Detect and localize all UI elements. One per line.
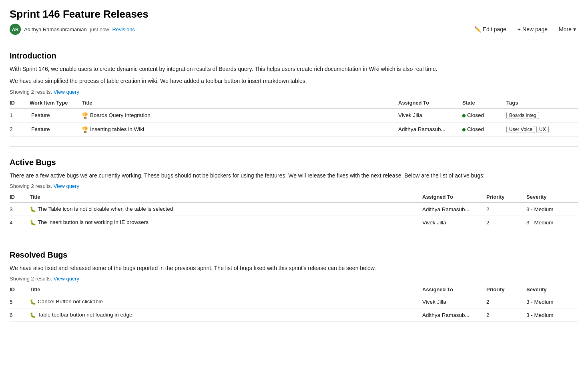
edit-page-button[interactable]: ✏️ Edit page [472,24,509,34]
page-wrapper: Sprint 146 Feature Releases AR Adithya R… [0,0,588,341]
rb-col-severity: Severity [526,284,578,295]
active-bugs-view-query[interactable]: View query [54,183,79,189]
rb-col-title: Title [30,284,422,295]
introduction-showing: Showing 2 results. View query [10,89,578,95]
resolved-bugs-table: ID Title Assigned To Priority Severity 5… [10,284,578,322]
cell-priority: 2 [486,216,526,229]
intro-col-state: State [462,97,506,109]
introduction-view-query[interactable]: View query [54,89,79,95]
ab-col-priority: Priority [486,192,526,203]
tag-badge: Boards Integ [506,112,539,119]
bug-icon: 🐛 [30,299,36,305]
table-row: 2 Feature 🏆Inserting tables in Wiki Adit… [10,122,578,136]
ab-col-severity: Severity [526,192,578,203]
resolved-bugs-view-query[interactable]: View query [54,276,79,282]
cell-tags: Boards Integ [506,108,578,122]
meta-time: just now [90,26,109,32]
active-bugs-showing: Showing 2 results. View query [10,183,578,189]
table-row: 5 🐛Cancel Button not clickable Vivek Jil… [10,295,578,308]
resolved-bugs-para1: We have also fixed and released some of … [10,264,578,272]
trophy-icon: 🏆 [82,112,88,119]
cell-title: 🏆Inserting tables in Wiki [82,122,398,136]
cell-tags: User VoiceUX [506,122,578,136]
bug-icon: 🐛 [30,312,36,318]
cell-id: 4 [10,216,30,229]
cell-state: Closed [462,108,506,122]
cell-severity: 3 - Medium [526,216,578,229]
cell-severity: 3 - Medium [526,308,578,322]
avatar: AR [10,24,21,35]
plus-icon: + [518,26,521,32]
cell-assigned: Adithya Ramasub... [422,203,486,216]
cell-priority: 2 [486,295,526,308]
page-title: Sprint 146 Feature Releases [10,8,578,20]
ab-col-id: ID [10,192,30,203]
intro-col-id: ID [10,97,30,109]
cell-type: Feature [30,122,82,136]
meta-bar: AR Adithya Ramasubramanian just now Revi… [10,24,578,40]
cell-priority: 2 [486,203,526,216]
table-row: 4 🐛The insert button is not working in I… [10,216,578,229]
bug-icon: 🐛 [30,220,36,226]
intro-col-assigned: Assigned To [398,97,462,109]
introduction-para2: We have also simplified the process of t… [10,77,578,85]
rb-col-id: ID [10,284,30,295]
cell-title: 🐛The Table icon is not clickable when th… [30,203,422,216]
table-row: 1 Feature 🏆Boards Query Integration Vive… [10,108,578,122]
cell-assigned: Vivek Jilla [422,216,486,229]
cell-type: Feature [30,108,82,122]
resolved-bugs-heading: Resolved Bugs [10,250,578,260]
resolved-bugs-showing: Showing 2 results. View query [10,276,578,282]
active-bugs-heading: Active Bugs [10,158,578,167]
trophy-icon: 🏆 [82,126,88,133]
ab-col-assigned: Assigned To [422,192,486,203]
cell-id: 2 [10,122,30,136]
cell-title: 🐛Cancel Button not clickable [30,295,422,308]
rb-col-priority: Priority [486,284,526,295]
meta-author: Adithya Ramasubramanian [24,26,87,32]
cell-id: 6 [10,308,30,322]
cell-assigned: Vivek Jilla [398,108,462,122]
cell-title: 🏆Boards Query Integration [82,108,398,122]
cell-title: 🐛Table toolbar button not loading in edg… [30,308,422,322]
cell-state: Closed [462,122,506,136]
cell-assigned: Adithya Ramasub... [422,308,486,322]
rb-col-assigned: Assigned To [422,284,486,295]
cell-priority: 2 [486,308,526,322]
introduction-table: ID Work Item Type Title Assigned To Stat… [10,97,578,137]
tag-badge: User Voice [506,126,535,133]
intro-col-type: Work Item Type [30,97,82,109]
cell-severity: 3 - Medium [526,203,578,216]
bug-icon: 🐛 [30,206,36,212]
table-row: 3 🐛The Table icon is not clickable when … [10,203,578,216]
cell-severity: 3 - Medium [526,295,578,308]
introduction-heading: Introduction [10,51,578,60]
cell-id: 1 [10,108,30,122]
toolbar-right: ✏️ Edit page + New page More ▾ [472,24,578,34]
status-dot [462,114,466,117]
active-bugs-para1: There are a few active bugs we are curre… [10,171,578,180]
divider-1 [10,146,578,147]
chevron-down-icon: ▾ [573,26,576,32]
tag-badge: UX [536,126,549,133]
ab-col-title: Title [30,192,422,203]
cell-title: 🐛The insert button is not working in IE … [30,216,422,229]
pencil-icon: ✏️ [474,26,481,32]
intro-col-title: Title [82,97,398,109]
status-dot [462,128,466,131]
cell-id: 3 [10,203,30,216]
cell-assigned: Vivek Jilla [422,295,486,308]
new-page-button[interactable]: + New page [515,24,550,34]
active-bugs-table: ID Title Assigned To Priority Severity 3… [10,192,578,229]
more-button[interactable]: More ▾ [556,24,578,34]
introduction-para1: With Sprint 146, we enable users to crea… [10,65,578,73]
intro-col-tags: Tags [506,97,578,109]
divider-2 [10,239,578,239]
cell-id: 5 [10,295,30,308]
cell-assigned: Adithya Ramasub... [398,122,462,136]
revisions-link[interactable]: Revisions [112,26,135,32]
table-row: 6 🐛Table toolbar button not loading in e… [10,308,578,322]
